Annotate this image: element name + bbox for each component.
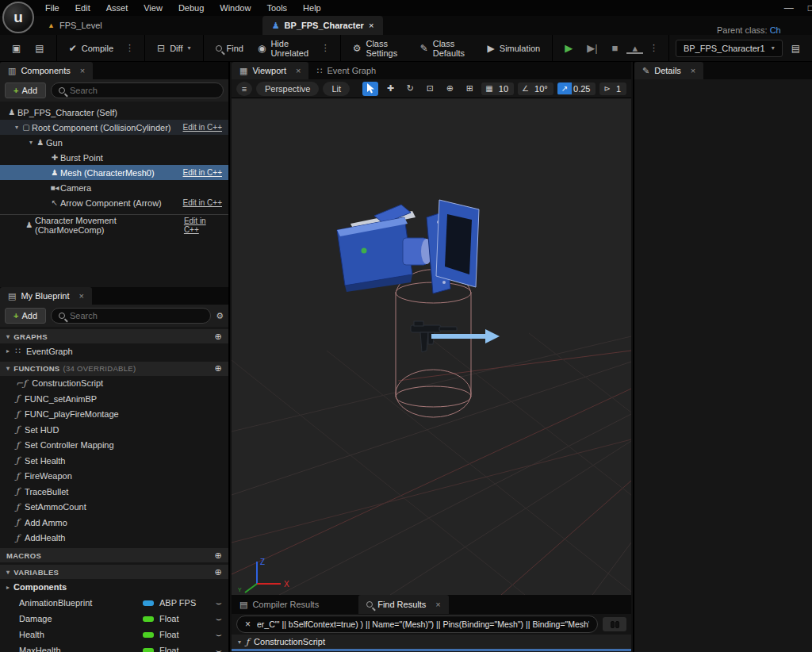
function-row[interactable]: ƒTraceBullet bbox=[0, 484, 228, 500]
minimize-button[interactable]: — bbox=[784, 2, 794, 13]
function-row[interactable]: ƒFireWeapon bbox=[0, 469, 228, 485]
function-row[interactable]: ƒAdd Ammo bbox=[0, 515, 228, 531]
variable-row[interactable]: Damage Float ⌣ bbox=[0, 611, 228, 627]
view-mode-dropdown[interactable]: Lit bbox=[323, 82, 350, 96]
close-icon[interactable]: × bbox=[435, 600, 440, 609]
add-blueprint-item-button[interactable]: +Add bbox=[5, 308, 46, 324]
function-row[interactable]: ƒSet Controller Mapping bbox=[0, 438, 228, 454]
event-graph-row[interactable]: ▸ ∷ EventGraph bbox=[0, 343, 228, 359]
variables-section-header[interactable]: ▾ VARIABLES ⊕ bbox=[0, 565, 228, 579]
tab-viewport[interactable]: ▦ Viewport × bbox=[232, 62, 308, 79]
camera-mesh[interactable] bbox=[337, 200, 479, 293]
expander-icon[interactable]: ▸ bbox=[6, 347, 10, 355]
compile-button[interactable]: ✔Compile bbox=[63, 39, 119, 58]
clear-icon[interactable]: × bbox=[245, 619, 251, 630]
add-component-button[interactable]: +Add bbox=[5, 82, 46, 98]
scale-tool[interactable]: ⊡ bbox=[422, 82, 438, 96]
selected-result-row[interactable] bbox=[232, 649, 631, 651]
select-tool[interactable] bbox=[362, 82, 378, 96]
tree-row-mesh[interactable]: ♟Mesh (CharacterMesh0) Edit in C++ bbox=[0, 165, 228, 180]
tree-row-character-movement[interactable]: ♟Character Movement (CharMoveComp) Edit … bbox=[0, 217, 228, 232]
functions-section-header[interactable]: ▾ FUNCTIONS (34 OVERRIDABLE) ⊕ bbox=[0, 362, 228, 376]
tab-components[interactable]: ▥ Components × bbox=[0, 62, 93, 79]
find-in-blueprints-button[interactable] bbox=[603, 617, 626, 631]
blueprint-settings-gear-icon[interactable]: ⚙ bbox=[216, 311, 224, 321]
rotate-tool[interactable]: ↻ bbox=[402, 82, 418, 96]
camera-speed-control[interactable]: ⊳1 bbox=[599, 82, 626, 95]
tab-event-graph[interactable]: ∷ Event Graph bbox=[308, 62, 384, 79]
tree-row-camera[interactable]: ■◂Camera bbox=[0, 180, 228, 195]
class-defaults-button[interactable]: ✎Class Defaults bbox=[415, 35, 479, 62]
function-row[interactable]: ƒFUNC_setAnimBP bbox=[0, 391, 228, 407]
tab-bp-fps-character[interactable]: ♟ BP_FPS_Character × bbox=[262, 16, 384, 35]
close-icon[interactable]: × bbox=[79, 291, 84, 301]
menu-view[interactable]: View bbox=[136, 1, 170, 15]
tree-row-self[interactable]: ♟BP_FPS_Character (Self) bbox=[0, 105, 228, 120]
grid-snap-control[interactable]: ▦10 bbox=[481, 82, 514, 95]
expander-icon[interactable]: ▾ bbox=[27, 139, 35, 146]
variables-components-group[interactable]: ▸ Components bbox=[0, 579, 228, 595]
tree-row-root-component[interactable]: ▾▢Root Component (CollisionCylinder) Edi… bbox=[0, 120, 228, 135]
tab-fps-level[interactable]: ▲ FPS_Level bbox=[38, 16, 112, 35]
tab-compiler-results[interactable]: ▤ Compiler Results bbox=[232, 595, 327, 614]
function-row[interactable]: ƒSetAmmoCount bbox=[0, 500, 228, 516]
hide-unrelated-options-icon[interactable]: ⋮ bbox=[318, 43, 334, 53]
close-icon[interactable]: × bbox=[691, 66, 695, 75]
visibility-closed-icon[interactable]: ⌣ bbox=[209, 645, 228, 652]
move-tool[interactable]: ✚ bbox=[382, 82, 398, 96]
diff-button[interactable]: ⊟Diff▾ bbox=[151, 39, 196, 58]
edit-in-cpp-link[interactable]: Edit in C++ bbox=[183, 123, 222, 132]
visibility-closed-icon[interactable]: ⌣ bbox=[209, 613, 228, 624]
viewport-canvas[interactable]: Z X Y bbox=[232, 98, 631, 595]
result-row-construction-script[interactable]: ▾ ƒ ConstructionScript bbox=[232, 635, 631, 649]
function-row[interactable]: ƒFUNC_playFireMontage bbox=[0, 407, 228, 423]
find-results-search[interactable]: × bbox=[236, 616, 598, 633]
macros-section-header[interactable]: MACROS ⊕ bbox=[0, 548, 228, 562]
tree-row-burst-point[interactable]: ✚Burst Point bbox=[0, 150, 228, 165]
class-settings-button[interactable]: ⚙Class Settings bbox=[347, 35, 412, 62]
debug-object-dropdown[interactable]: BP_FPS_Character1▾ bbox=[676, 40, 783, 57]
visibility-closed-icon[interactable]: ⌣ bbox=[209, 597, 228, 608]
variable-row[interactable]: MaxHealth Float ⌣ bbox=[0, 642, 228, 652]
close-icon[interactable]: × bbox=[296, 66, 301, 75]
tab-details[interactable]: ✎ Details × bbox=[634, 62, 703, 79]
menu-file[interactable]: File bbox=[38, 1, 67, 15]
menu-asset[interactable]: Asset bbox=[99, 1, 136, 15]
tree-row-gun[interactable]: ▾♟Gun bbox=[0, 135, 228, 150]
browse-button[interactable]: ▤ bbox=[29, 39, 49, 58]
hide-unrelated-button[interactable]: ◉Hide Unrelated bbox=[252, 35, 315, 62]
menu-edit[interactable]: Edit bbox=[68, 1, 98, 15]
perspective-dropdown[interactable]: Perspective bbox=[256, 82, 319, 96]
save-button[interactable]: ▣ bbox=[6, 39, 26, 58]
expander-icon[interactable]: ▾ bbox=[13, 124, 21, 131]
expander-icon[interactable]: ▸ bbox=[6, 584, 10, 591]
viewport-options-icon[interactable]: ≡ bbox=[236, 82, 252, 96]
my-blueprint-search-input[interactable] bbox=[70, 311, 203, 320]
unreal-logo-icon[interactable]: u bbox=[2, 2, 34, 33]
function-row[interactable]: ƒSet HUD bbox=[0, 422, 228, 438]
find-button[interactable]: Find bbox=[210, 40, 249, 57]
visibility-closed-icon[interactable]: ⌣ bbox=[209, 629, 228, 640]
menu-help[interactable]: Help bbox=[296, 1, 328, 15]
function-row[interactable]: ⌐ƒConstructionScript bbox=[0, 376, 228, 392]
components-search-input[interactable] bbox=[70, 86, 216, 95]
eject-button[interactable]: ▴ bbox=[626, 42, 643, 54]
function-row[interactable]: ƒAddHealth bbox=[0, 531, 228, 547]
play-button[interactable]: ▶ bbox=[559, 40, 578, 56]
tree-row-arrow-component[interactable]: ↖Arrow Component (Arrow) Edit in C++ bbox=[0, 195, 228, 210]
edit-in-cpp-link[interactable]: Edit in C++ bbox=[183, 168, 222, 177]
add-variable-icon[interactable]: ⊕ bbox=[214, 567, 222, 577]
edit-in-cpp-link[interactable]: Edit in C++ bbox=[184, 217, 222, 234]
surface-snapping-toggle[interactable]: ⊞ bbox=[462, 82, 477, 96]
world-coordinate-toggle[interactable]: ⊕ bbox=[442, 82, 458, 96]
simulation-button[interactable]: ▶Simulation bbox=[482, 39, 546, 58]
my-blueprint-search[interactable] bbox=[51, 308, 211, 324]
scale-snap-control[interactable]: ↗0.25 bbox=[557, 82, 596, 95]
browse-debug-button[interactable]: ▤ bbox=[786, 39, 806, 58]
add-macro-icon[interactable]: ⊕ bbox=[214, 550, 222, 561]
parent-class-link[interactable]: Ch bbox=[770, 25, 781, 35]
edit-in-cpp-link[interactable]: Edit in C++ bbox=[183, 198, 222, 207]
play-options-icon[interactable]: ⋮ bbox=[646, 43, 662, 53]
variable-row[interactable]: Health Float ⌣ bbox=[0, 627, 228, 642]
find-results-search-input[interactable] bbox=[257, 619, 589, 629]
